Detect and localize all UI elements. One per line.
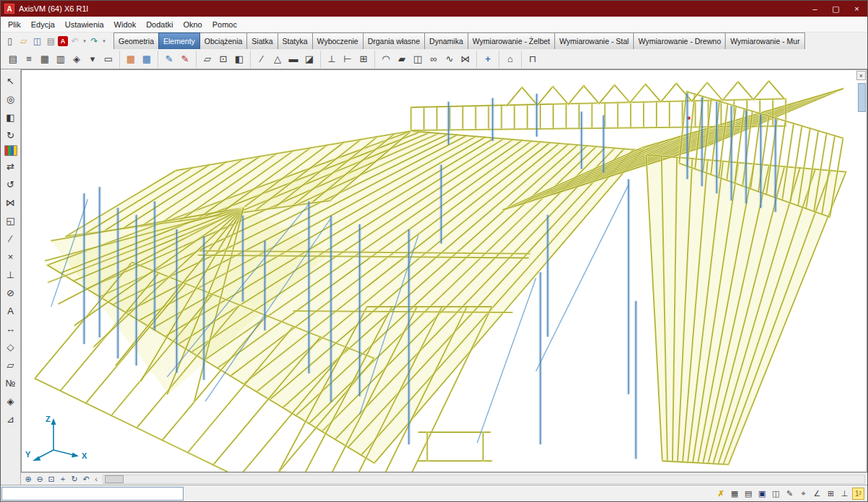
layers-button[interactable]: ◈ bbox=[69, 51, 85, 67]
stories-button[interactable]: ≡ bbox=[21, 51, 37, 67]
status-display-button[interactable]: ▣ bbox=[756, 488, 768, 500]
status-workplane-indicator[interactable]: 1² bbox=[852, 488, 864, 500]
drawing-frame-button[interactable]: ▭ bbox=[100, 51, 116, 67]
menu-widok[interactable]: Widok bbox=[109, 18, 142, 31]
zoom-menu-button[interactable]: ◎ bbox=[3, 91, 19, 107]
menu-pomoc[interactable]: Pomoc bbox=[207, 18, 242, 31]
tab-statyka[interactable]: Statyka bbox=[278, 33, 313, 49]
status-grid-button[interactable]: ⊞ bbox=[825, 488, 837, 500]
normal-transversal-button[interactable]: ⊥ bbox=[3, 267, 19, 282]
zoom-to-fit-button[interactable]: ⊡ bbox=[46, 474, 57, 485]
rigid-element-button[interactable]: ▰ bbox=[394, 51, 410, 67]
intersect-button[interactable]: × bbox=[3, 248, 19, 264]
rotate-button[interactable]: ↻ bbox=[69, 474, 80, 485]
property-table-button[interactable]: ▦ bbox=[37, 51, 53, 67]
pan-button[interactable]: + bbox=[57, 474, 69, 485]
nodal-dof-button[interactable]: + bbox=[480, 51, 496, 67]
print-button[interactable]: ▤ bbox=[44, 34, 58, 48]
menu-dodatki[interactable]: Dodatki bbox=[141, 18, 178, 31]
measure-button[interactable]: ⊿ bbox=[3, 411, 19, 427]
draw-elements-button[interactable]: ✎ bbox=[161, 51, 177, 67]
color-coding-button[interactable]: ▦ bbox=[4, 145, 17, 156]
new-model-button[interactable]: ▯ bbox=[3, 34, 17, 48]
link-element-button[interactable]: ∞ bbox=[426, 51, 442, 67]
translate-button[interactable]: ⇄ bbox=[3, 158, 19, 174]
menu-plik[interactable]: Plik bbox=[3, 18, 26, 31]
tab-wymiarowanie-mur[interactable]: Wymiarowanie - Mur bbox=[725, 33, 804, 49]
horizontal-scrollbar-track[interactable] bbox=[103, 475, 865, 484]
undo-button[interactable]: ↶ bbox=[68, 34, 82, 48]
tab-siatka[interactable]: Siatka bbox=[246, 33, 278, 49]
modify-elements-button[interactable]: ✎ bbox=[177, 51, 193, 67]
status-windows-button[interactable]: ◫ bbox=[770, 488, 782, 500]
gap-element-button[interactable]: ⋈ bbox=[457, 51, 473, 67]
status-edit-button[interactable]: ✎ bbox=[783, 488, 796, 500]
tab-geometria[interactable]: Geometria bbox=[113, 33, 159, 49]
status-table-button[interactable]: ▤ bbox=[742, 488, 755, 500]
tab-wyboczenie[interactable]: Wyboczenie bbox=[312, 33, 364, 49]
render-mode-button[interactable]: ▤ bbox=[5, 51, 21, 67]
rotate-button[interactable]: ↺ bbox=[3, 176, 19, 192]
redo-button[interactable]: ↷ bbox=[87, 34, 101, 48]
menu-edycja[interactable]: Edycja bbox=[26, 18, 60, 31]
truss-button[interactable]: △ bbox=[270, 51, 285, 67]
line-element-button[interactable]: ∕ bbox=[254, 51, 270, 67]
cross-section-table-button[interactable]: ▦ bbox=[139, 51, 155, 67]
dimension-button[interactable]: ↔ bbox=[3, 321, 19, 337]
menu-okno[interactable]: Okno bbox=[178, 18, 207, 31]
tab-wymiarowanie-zelbet[interactable]: Wymiarowanie - Żelbet bbox=[468, 33, 555, 49]
viewport-scrollbar-thumb[interactable] bbox=[858, 83, 866, 112]
line-support-button[interactable]: ⊢ bbox=[340, 51, 356, 67]
status-angle-snap-button[interactable]: ∠ bbox=[811, 488, 823, 500]
model-viewport[interactable]: Z Y X × bbox=[21, 69, 867, 472]
surface-element-button[interactable]: ◪ bbox=[301, 51, 317, 67]
redo-dropdown[interactable]: ▾ bbox=[101, 34, 107, 48]
tab-elementy[interactable]: Elementy bbox=[158, 33, 200, 49]
hole-button[interactable]: ⊡ bbox=[215, 51, 231, 67]
material-table-button[interactable]: ▦ bbox=[123, 51, 139, 67]
surface-support-button[interactable]: ⊞ bbox=[356, 51, 371, 67]
zoom-out-button[interactable]: ⊖ bbox=[34, 474, 46, 485]
layers-dropdown[interactable]: ▾ bbox=[85, 51, 100, 67]
zoom-in-button[interactable]: ⊕ bbox=[22, 474, 34, 485]
parts-button[interactable]: ◈ bbox=[3, 393, 19, 409]
status-mesh-button[interactable]: ▦ bbox=[729, 488, 741, 500]
pdf-button[interactable]: A bbox=[58, 36, 68, 46]
menu-ustawienia[interactable]: Ustawienia bbox=[60, 18, 109, 31]
domain-button[interactable]: ▱ bbox=[199, 51, 215, 67]
scale-button[interactable]: ◱ bbox=[3, 212, 19, 228]
status-marker-button[interactable]: ✗ bbox=[715, 488, 727, 500]
workplane-button[interactable]: ▱ bbox=[3, 357, 19, 373]
scroll-left-button[interactable]: ‹ bbox=[92, 474, 100, 485]
nodal-support-button[interactable]: ⊥ bbox=[324, 51, 340, 67]
edge-hinge-button[interactable]: ◠ bbox=[378, 51, 394, 67]
undo-dropdown[interactable]: ▾ bbox=[82, 34, 87, 48]
tab-dynamika[interactable]: Dynamika bbox=[424, 33, 468, 49]
tab-obciazenia[interactable]: Obciążenia bbox=[199, 33, 248, 49]
open-button[interactable]: ▱ bbox=[17, 34, 30, 48]
command-input[interactable] bbox=[1, 487, 184, 501]
tab-wymiarowanie-drewno[interactable]: Wymiarowanie - Drewno bbox=[633, 33, 726, 49]
trim-button[interactable]: ⊘ bbox=[3, 285, 19, 300]
status-cursor-snap-button[interactable]: ⌖ bbox=[797, 488, 809, 500]
horizontal-scrollbar-thumb[interactable] bbox=[105, 475, 124, 483]
tab-wymiarowanie-stal[interactable]: Wymiarowanie - Stal bbox=[554, 33, 634, 49]
views-button[interactable]: ◧ bbox=[3, 109, 19, 125]
detail-button[interactable]: ◇ bbox=[3, 339, 19, 355]
table-browser-button[interactable]: ▥ bbox=[53, 51, 69, 67]
tab-drgania-wlasne[interactable]: Drgania własne bbox=[363, 33, 425, 49]
diaphragm-button[interactable]: ◫ bbox=[410, 51, 426, 67]
divide-line-button[interactable]: ∕ bbox=[3, 230, 19, 246]
previous-view-button[interactable]: ↶ bbox=[80, 474, 92, 485]
renumber-button[interactable]: № bbox=[3, 375, 19, 391]
rotate-view-button[interactable]: ↻ bbox=[3, 127, 19, 143]
contour-button[interactable]: ◧ bbox=[231, 51, 247, 67]
spring-button[interactable]: ∿ bbox=[442, 51, 457, 67]
mirror-button[interactable]: ⋈ bbox=[3, 194, 19, 210]
maximize-button[interactable]: ▢ bbox=[825, 1, 846, 17]
text-box-button[interactable]: A bbox=[3, 303, 19, 319]
minimize-button[interactable]: – bbox=[804, 1, 825, 17]
beam-button[interactable]: ▬ bbox=[285, 51, 301, 67]
close-button[interactable]: × bbox=[846, 1, 867, 17]
structure-wizard-button[interactable]: ⊓ bbox=[525, 51, 541, 67]
